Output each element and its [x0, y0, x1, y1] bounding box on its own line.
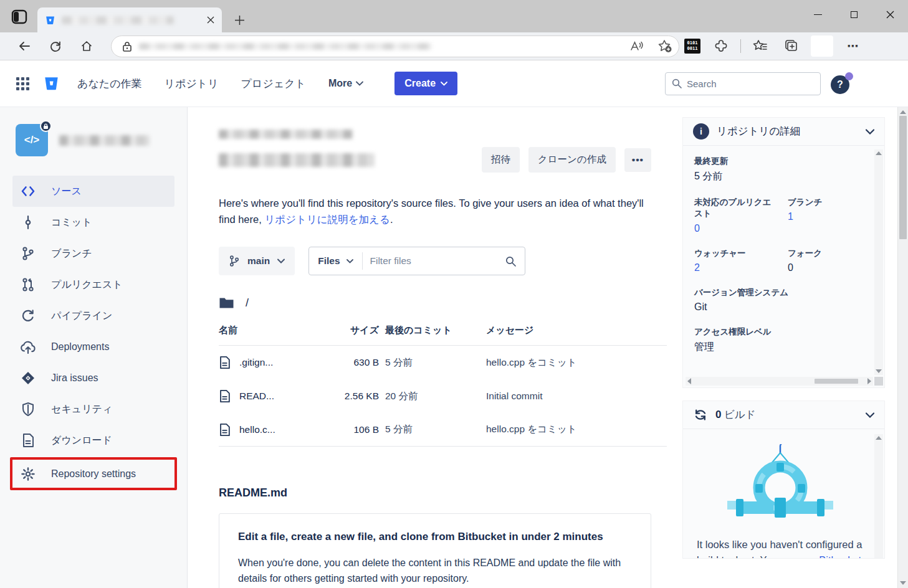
description-period: . — [390, 214, 393, 225]
read-aloud-icon[interactable] — [629, 40, 644, 52]
page-scrollbar-thumb[interactable] — [899, 116, 907, 239]
favorites-icon[interactable] — [750, 36, 771, 57]
chevron-down-icon — [277, 258, 285, 263]
sidebar-item-label: セキュリティ — [51, 403, 112, 416]
refresh-icon[interactable] — [45, 36, 66, 57]
files-dropdown-label: Files — [318, 255, 340, 267]
collections-icon[interactable] — [781, 36, 802, 57]
sidebar-item-source[interactable]: ソース — [12, 176, 174, 207]
file-name: READ... — [239, 391, 274, 402]
repo-avatar[interactable]: </> — [16, 124, 48, 156]
col-header-last-commit[interactable]: 最後のコミット — [385, 325, 486, 336]
scrollbar-corner — [874, 377, 883, 386]
folder-icon — [219, 296, 234, 310]
sidebar-item-pipelines[interactable]: パイプライン — [12, 300, 174, 331]
address-bar[interactable] — [111, 36, 679, 57]
open-prs-link[interactable]: 0 — [694, 223, 788, 234]
sidebar-item-repository-settings[interactable]: Repository settings — [12, 460, 174, 488]
page-scrollbar[interactable] — [897, 107, 908, 588]
app-switcher-icon[interactable] — [16, 77, 29, 90]
repo-menu: ソース コミット ブランチ プルリクエスト — [0, 176, 187, 490]
window-minimize-button[interactable] — [800, 0, 836, 29]
details-horizontal-scrollbar[interactable] — [686, 377, 873, 386]
jira-icon — [19, 371, 37, 385]
binary-extension-icon[interactable]: 0101 0011 — [684, 39, 700, 54]
search-input[interactable] — [687, 78, 799, 89]
file-link[interactable]: READ... — [219, 389, 328, 403]
file-link[interactable]: .gitign... — [219, 356, 328, 369]
repo-details-header[interactable]: i リポジトリの詳細 — [683, 118, 884, 146]
browser-tab[interactable] — [37, 7, 222, 32]
file-last-commit: 5 分前 — [385, 423, 486, 436]
global-search[interactable] — [665, 72, 821, 95]
file-size: 630 B — [328, 357, 385, 368]
nav-item-label: More — [328, 78, 352, 89]
col-header-name[interactable]: 名前 — [219, 325, 328, 336]
nav-item-label: あなたの作業 — [77, 77, 142, 91]
code-icon: </> — [24, 134, 40, 146]
bitbucket-logo-icon[interactable] — [43, 75, 60, 92]
sidebar-item-label: ブランチ — [51, 247, 92, 260]
file-size: 2.56 KB — [328, 391, 385, 402]
browser-toolbar: 0101 0011 ⋯ — [0, 32, 908, 60]
sidebar-item-label: ダウンロード — [51, 434, 112, 447]
sidebar-item-jira-issues[interactable]: Jira issues — [12, 363, 174, 394]
tab-actions-icon[interactable] — [10, 8, 29, 26]
sidebar-item-pull-requests[interactable]: プルリクエスト — [12, 269, 174, 300]
field-label: フォーク — [788, 248, 863, 259]
branch-selector[interactable]: main — [219, 247, 295, 275]
window-maximize-button[interactable] — [836, 0, 872, 29]
sidebar-item-branches[interactable]: ブランチ — [12, 238, 174, 269]
gear-icon — [19, 467, 37, 481]
repo-more-button[interactable]: ••• — [624, 148, 651, 172]
path-text: / — [246, 296, 249, 310]
breadcrumb-blurred — [219, 130, 353, 139]
tab-close-icon[interactable] — [207, 16, 214, 24]
sidebar-item-security[interactable]: セキュリティ — [12, 394, 174, 425]
field-value: 管理 — [694, 341, 863, 354]
sidebar-item-downloads[interactable]: ダウンロード — [12, 425, 174, 456]
nav-item-more[interactable]: More — [328, 78, 363, 89]
builds-header[interactable]: 0 ビルド — [683, 401, 884, 429]
nav-item-repositories[interactable]: リポジトリ — [165, 77, 219, 91]
home-icon[interactable] — [76, 36, 97, 57]
extension-icon[interactable] — [710, 36, 732, 57]
user-avatar[interactable] — [866, 73, 888, 94]
sidebar-item-commits[interactable]: コミット — [12, 207, 174, 238]
repo-title-blurred — [219, 153, 375, 167]
invite-button[interactable]: 招待 — [482, 147, 520, 173]
chevron-down-icon — [356, 81, 363, 86]
nav-item-projects[interactable]: プロジェクト — [241, 77, 306, 91]
search-icon — [505, 256, 516, 267]
file-commit-message: hello.cpp をコミット — [486, 423, 667, 436]
notification-dot — [845, 72, 853, 80]
new-tab-button[interactable] — [231, 11, 248, 29]
file-table: 名前 サイズ 最後のコミット メッセージ .gitign... 630 B 5 … — [219, 325, 667, 447]
col-header-size[interactable]: サイズ — [328, 325, 385, 336]
branches-link[interactable]: 1 — [788, 211, 863, 222]
files-dropdown[interactable]: Files — [309, 252, 362, 270]
table-row[interactable]: .gitign... 630 B 5 分前 hello.cpp をコミット — [219, 346, 667, 379]
clone-button[interactable]: クローンの作成 — [528, 147, 616, 173]
builds-icon — [693, 407, 708, 422]
window-close-button[interactable] — [872, 0, 908, 29]
browser-menu-icon[interactable]: ⋯ — [842, 36, 863, 57]
add-description-link[interactable]: リポジトリに説明を加える — [264, 214, 389, 225]
filter-files-input[interactable] — [363, 255, 506, 267]
table-row[interactable]: READ... 2.56 KB 20 分前 Initial commit — [219, 379, 667, 413]
table-row[interactable]: hello.c... 106 B 5 分前 hello.cpp をコミット — [219, 413, 667, 447]
watchers-link[interactable]: 2 — [694, 262, 788, 273]
file-link[interactable]: hello.c... — [219, 423, 328, 437]
browser-profile-avatar[interactable] — [811, 36, 833, 57]
nav-item-your-work[interactable]: あなたの作業 — [77, 77, 142, 91]
builds-count: 0 — [715, 409, 721, 420]
create-button[interactable]: Create — [394, 72, 457, 95]
toolbar-divider — [740, 39, 741, 53]
builds-vertical-scrollbar[interactable] — [874, 434, 883, 559]
sidebar-item-label: ソース — [51, 185, 82, 198]
details-vertical-scrollbar[interactable] — [874, 149, 883, 375]
col-header-message[interactable]: メッセージ — [486, 325, 667, 336]
back-icon[interactable] — [14, 36, 35, 57]
sidebar-item-deployments[interactable]: Deployments — [12, 331, 174, 363]
add-favorite-icon[interactable] — [657, 39, 672, 53]
